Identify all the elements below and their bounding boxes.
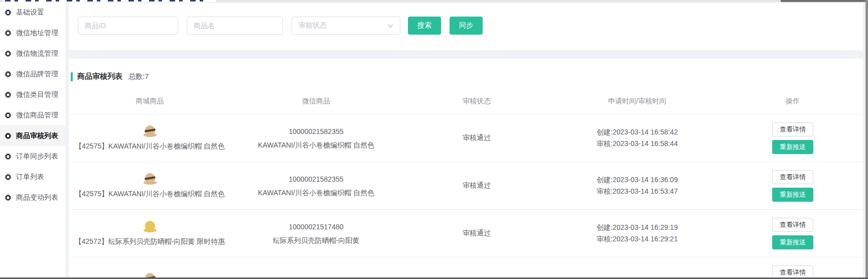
window-scrollbar[interactable] xyxy=(865,0,868,279)
sidebar-item-wechat-product[interactable]: 微信商品管理 xyxy=(0,105,66,125)
table-row: 【42575】KAWATANI/川谷小卷檐编织帽 自然色 10000021582… xyxy=(69,114,863,162)
view-detail-button[interactable]: 查看详情 xyxy=(772,170,813,184)
audit-status: 审核通过 xyxy=(401,229,552,238)
wechat-product-name: 纭际系列贝壳防晒帽-向阳黄 xyxy=(273,236,360,245)
gear-icon xyxy=(5,112,12,119)
sidebar-item-label: 微信品牌管理 xyxy=(16,70,58,79)
product-image-hat xyxy=(143,173,157,185)
gear-icon xyxy=(5,71,12,78)
clipped-text-fragment xyxy=(5,0,211,2)
chevron-down-icon xyxy=(387,22,393,30)
filter-panel: 审核状态 搜索 同步 xyxy=(69,3,863,50)
created-time: 创建:2023-03-14 16:29:19 xyxy=(597,222,678,233)
wechat-product-id: 10000021517480 xyxy=(288,222,343,231)
search-button[interactable]: 搜索 xyxy=(408,17,441,35)
sidebar-item-label: 微信类目管理 xyxy=(16,90,58,99)
audit-status-select-value: 审核状态 xyxy=(299,21,327,30)
gear-icon xyxy=(5,50,12,57)
list-title: 商品审核列表 xyxy=(77,72,122,81)
wechat-product-name: KAWATANI/川谷小卷檐编织帽 自然色 xyxy=(258,188,374,197)
audited-time: 审核:2023-03-14 16:53:47 xyxy=(597,186,678,197)
sidebar-item-wechat-address[interactable]: 微信地址管理 xyxy=(0,23,66,43)
gear-icon xyxy=(5,30,12,37)
column-header-audit-status: 审核状态 xyxy=(401,97,552,106)
sidebar-item-product-change-list[interactable]: 商品变动列表 xyxy=(0,187,66,208)
table-header-row: 商城商品 微信商品 审核状态 申请时间/审核时间 操作 xyxy=(69,88,863,114)
sidebar-item-order-sync-list[interactable]: 订单同步列表 xyxy=(0,146,66,167)
gear-icon xyxy=(5,194,12,201)
sidebar-item-label: 基础设置 xyxy=(16,8,44,17)
product-name-input[interactable] xyxy=(187,17,283,35)
sidebar-item-label: 微信商品管理 xyxy=(16,111,58,120)
audited-time: 审核:2023-03-14 16:58:44 xyxy=(597,138,678,150)
sync-button[interactable]: 同步 xyxy=(450,17,483,35)
repush-button[interactable]: 重新推送 xyxy=(772,140,813,154)
product-image-hat xyxy=(143,125,157,137)
table-row: 查看详情 xyxy=(69,257,863,279)
table-row: 【42575】KAWATANI/川谷小卷檐编织帽 自然色 10000021582… xyxy=(69,162,863,210)
created-time: 创建:2023-03-14 16:58:42 xyxy=(597,126,678,138)
gear-icon xyxy=(5,91,12,98)
column-header-apply-audit-time: 申请时间/审核时间 xyxy=(552,97,722,106)
sidebar-item-label: 订单同步列表 xyxy=(16,152,58,161)
mall-product-title: 【42575】KAWATANI/川谷小卷檐编织帽 自然色 xyxy=(75,142,225,151)
product-image-hat xyxy=(143,220,157,232)
sidebar-item-basic-settings[interactable]: 基础设置 xyxy=(0,2,66,23)
audit-status: 审核通过 xyxy=(401,181,552,190)
wechat-product-name: KAWATANI/川谷小卷檐编织帽 自然色 xyxy=(258,141,374,150)
sidebar-item-wechat-category[interactable]: 微信类目管理 xyxy=(0,84,66,105)
wechat-product-id: 10000021582355 xyxy=(288,127,343,136)
sidebar-item-product-audit-list[interactable]: 商品审核列表 xyxy=(0,125,66,146)
repush-button[interactable]: 重新推送 xyxy=(772,235,813,249)
wechat-product-id: 10000021582355 xyxy=(288,175,343,184)
sidebar-item-label: 商品变动列表 xyxy=(16,193,58,202)
audit-table: 商城商品 微信商品 审核状态 申请时间/审核时间 操作 【42575】KAWAT… xyxy=(69,88,863,279)
audit-list-panel: 商品审核列表 总数:7 商城商品 微信商品 审核状态 申请时间/审核时间 操作 … xyxy=(69,59,863,279)
column-header-mall-product: 商城商品 xyxy=(69,97,231,106)
list-title-row: 商品审核列表 总数:7 xyxy=(69,59,863,81)
view-detail-button[interactable]: 查看详情 xyxy=(772,122,813,136)
column-header-wechat-product: 微信商品 xyxy=(231,97,401,106)
repush-button[interactable]: 重新推送 xyxy=(772,188,813,202)
title-accent-bar xyxy=(71,72,73,81)
created-time: 创建:2023-03-14 16:36:09 xyxy=(597,174,678,186)
top-clipped-edge xyxy=(0,0,868,2)
gear-icon xyxy=(5,153,12,160)
audited-time: 审核:2023-03-14 16:29:21 xyxy=(597,233,678,245)
sidebar: 基础设置 微信地址管理 微信物流管理 微信品牌管理 微信类目管理 微信商品管理 … xyxy=(0,2,66,279)
gear-icon xyxy=(5,132,12,140)
gear-icon xyxy=(5,9,12,16)
product-id-input[interactable] xyxy=(78,17,178,35)
audit-status-select[interactable]: 审核状态 xyxy=(292,17,400,35)
mall-product-title: 【42575】KAWATANI/川谷小卷檐编织帽 自然色 xyxy=(75,190,225,199)
list-total-count: 总数:7 xyxy=(128,72,149,81)
gear-icon xyxy=(5,174,12,181)
sidebar-item-wechat-brand[interactable]: 微信品牌管理 xyxy=(0,64,66,84)
sidebar-item-order-list[interactable]: 订单列表 xyxy=(0,167,66,187)
table-row: 【42572】纭际系列贝壳防晒帽-向阳黄 限时特惠 10000021517480… xyxy=(69,210,863,257)
sidebar-item-wechat-logistics[interactable]: 微信物流管理 xyxy=(0,43,66,64)
view-detail-button[interactable]: 查看详情 xyxy=(772,218,813,232)
audit-status: 审核通过 xyxy=(401,133,552,143)
sidebar-item-label: 订单列表 xyxy=(16,173,44,182)
mall-product-title: 【42572】纭际系列贝壳防晒帽-向阳黄 限时特惠 xyxy=(75,237,225,246)
sidebar-item-label: 微信地址管理 xyxy=(16,29,58,38)
sidebar-item-label: 微信物流管理 xyxy=(16,49,58,58)
sidebar-item-label: 商品审核列表 xyxy=(16,131,58,141)
view-detail-button[interactable]: 查看详情 xyxy=(772,265,813,279)
column-header-operations: 操作 xyxy=(722,97,863,106)
